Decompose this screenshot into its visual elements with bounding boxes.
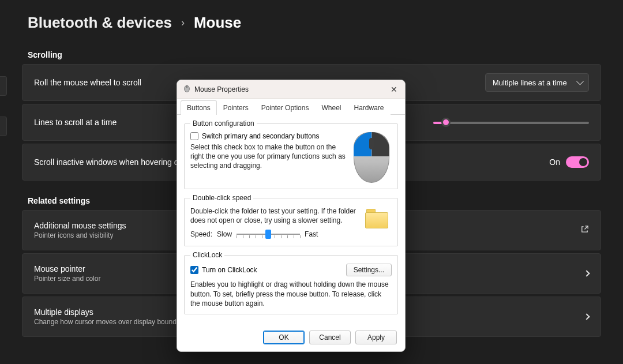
section-title-scrolling: Scrolling: [0, 36, 623, 64]
dialog-tabs: Buttons Pointers Pointer Options Wheel H…: [177, 99, 405, 115]
label-additional: Additional mouse settings: [34, 221, 126, 230]
slider-double-click-speed[interactable]: [237, 228, 300, 240]
ok-button[interactable]: OK: [263, 331, 305, 344]
tab-pointer-options[interactable]: Pointer Options: [255, 100, 316, 115]
breadcrumb-current: Mouse: [194, 14, 241, 32]
checkbox-clicklock-label: Turn on ClickLock: [202, 266, 257, 274]
legend-button-configuration: Button configuration: [190, 119, 257, 127]
cancel-button[interactable]: Cancel: [309, 331, 351, 344]
slider-track: [433, 122, 589, 124]
mouse-icon-small: [183, 84, 191, 94]
label-mouse-pointer: Mouse pointer: [34, 264, 100, 273]
slider-thumb[interactable]: [441, 118, 451, 127]
label-lines-to-scroll: Lines to scroll at a time: [34, 118, 117, 127]
sublabel-additional: Pointer icons and visibility: [34, 231, 126, 239]
group-button-configuration: Button configuration Switch primary and …: [184, 119, 398, 189]
legend-double-click: Double-click speed: [190, 194, 253, 202]
desc-clicklock: Enables you to highlight or drag without…: [190, 280, 392, 308]
chevron-right-icon: ›: [181, 17, 185, 29]
button-clicklock-settings[interactable]: Settings...: [346, 264, 392, 276]
mouse-illustration: [354, 132, 389, 183]
slider-double-click-thumb[interactable]: [265, 230, 271, 239]
dialog-button-row: OK Cancel Apply: [177, 325, 405, 351]
label-multiple-displays: Multiple displays: [34, 307, 192, 317]
sublabel-mouse-pointer: Pointer size and color: [34, 275, 100, 283]
close-icon[interactable]: ✕: [389, 85, 399, 94]
checkbox-switch-buttons[interactable]: Switch primary and secondary buttons: [190, 132, 348, 140]
label-speed: Speed:: [190, 230, 212, 238]
toggle-knob: [579, 158, 587, 166]
folder-test-icon[interactable]: [365, 209, 388, 228]
chevron-right-icon: [583, 270, 590, 276]
edge-tab-1: [0, 76, 7, 96]
dialog-titlebar[interactable]: Mouse Properties ✕: [177, 80, 405, 99]
label-fast: Fast: [305, 230, 318, 238]
label-slow: Slow: [217, 230, 232, 238]
breadcrumb-parent[interactable]: Bluetooth & devices: [28, 14, 172, 32]
tab-buttons[interactable]: Buttons: [181, 100, 217, 115]
breadcrumb: Bluetooth & devices › Mouse: [0, 0, 623, 36]
dialog-title: Mouse Properties: [194, 85, 389, 93]
checkbox-switch-buttons-label: Switch primary and secondary buttons: [202, 132, 319, 140]
checkbox-clicklock[interactable]: Turn on ClickLock: [190, 266, 257, 274]
tab-hardware[interactable]: Hardware: [347, 100, 390, 115]
dropdown-roll-wheel[interactable]: Multiple lines at a time: [485, 73, 589, 92]
desc-switch-buttons: Select this check box to make the button…: [190, 142, 348, 171]
legend-clicklock: ClickLock: [190, 251, 224, 259]
edge-tab-2: [0, 117, 7, 136]
svg-rect-1: [186, 86, 187, 88]
tab-pointers[interactable]: Pointers: [217, 100, 255, 115]
open-external-icon: [580, 225, 589, 235]
toggle-scroll-inactive[interactable]: [566, 156, 589, 168]
dialog-mouse-properties: Mouse Properties ✕ Buttons Pointers Poin…: [177, 80, 406, 352]
tab-wheel[interactable]: Wheel: [315, 100, 347, 115]
checkbox-switch-buttons-input[interactable]: [190, 132, 198, 140]
slider-lines-to-scroll[interactable]: [433, 119, 589, 126]
chevron-right-icon: [583, 313, 590, 320]
sublabel-multiple-displays: Change how cursor moves over display bou…: [34, 318, 192, 326]
label-roll-wheel: Roll the mouse wheel to scroll: [34, 78, 141, 87]
group-clicklock: ClickLock Turn on ClickLock Settings... …: [184, 251, 398, 314]
desc-double-click: Double-click the folder to test your set…: [190, 207, 359, 225]
apply-button[interactable]: Apply: [355, 331, 397, 344]
dropdown-roll-value: Multiple lines at a time: [493, 78, 567, 87]
checkbox-clicklock-input[interactable]: [190, 266, 198, 274]
group-double-click-speed: Double-click speed Double-click the fold…: [184, 194, 398, 246]
toggle-state-scroll-inactive: On: [549, 157, 560, 167]
